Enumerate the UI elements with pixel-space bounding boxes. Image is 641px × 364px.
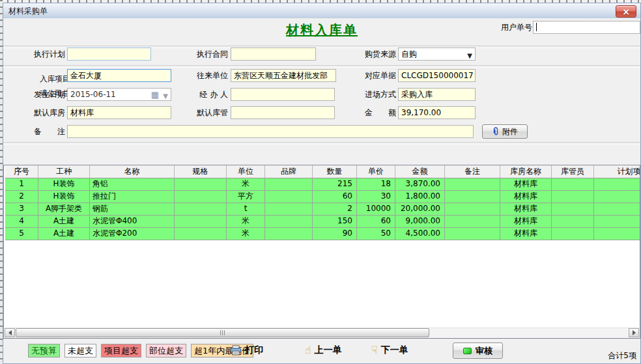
table-cell[interactable]: 215 bbox=[313, 178, 357, 191]
table-row[interactable]: 3A脚手架类钢筋t21000020,000.00材料库 bbox=[5, 203, 640, 216]
table-cell[interactable]: 3,870.00 bbox=[395, 178, 445, 191]
column-header[interactable]: 序号 bbox=[5, 165, 38, 178]
column-header[interactable]: 单位 bbox=[227, 165, 265, 178]
table-cell[interactable]: 平方 bbox=[227, 191, 265, 203]
next-order-button[interactable]: ☟ 下一单 bbox=[371, 344, 408, 356]
table-cell[interactable]: 材料库 bbox=[500, 203, 552, 216]
column-header[interactable]: 品牌 bbox=[265, 165, 313, 178]
table-cell[interactable]: 30 bbox=[357, 191, 395, 203]
project-input[interactable]: 金石大厦 bbox=[67, 69, 171, 82]
table-cell[interactable]: A脚手架类 bbox=[38, 203, 90, 216]
user-no-input[interactable] bbox=[533, 21, 640, 34]
column-header[interactable]: 计划项目 bbox=[594, 165, 640, 178]
amount-input[interactable]: 39,170.00 bbox=[398, 106, 476, 119]
table-cell[interactable] bbox=[175, 203, 227, 216]
table-cell[interactable] bbox=[552, 203, 594, 216]
table-cell[interactable]: 90 bbox=[313, 228, 357, 240]
chevron-down-icon[interactable]: ▼ bbox=[163, 91, 168, 101]
table-cell[interactable]: 米 bbox=[227, 178, 265, 191]
warehouse-input[interactable]: 材料库 bbox=[67, 106, 171, 119]
table-cell[interactable] bbox=[445, 178, 500, 191]
table-row[interactable]: 1H装饰角铝米215183,870.00材料库 bbox=[5, 178, 640, 191]
table-cell[interactable]: 60 bbox=[313, 191, 357, 203]
table-cell[interactable]: 推拉门 bbox=[90, 191, 175, 203]
table-cell[interactable] bbox=[552, 191, 594, 203]
scrollbar-thumb[interactable] bbox=[16, 328, 429, 337]
attach-button[interactable]: 附件 bbox=[482, 124, 528, 139]
prev-order-button[interactable]: ☝ 上一单 bbox=[305, 344, 342, 356]
table-cell[interactable] bbox=[175, 178, 227, 191]
exec-contract-input[interactable] bbox=[231, 48, 316, 61]
horizontal-scrollbar[interactable] bbox=[5, 328, 639, 337]
entry-mode-input[interactable]: 采购入库 bbox=[398, 88, 476, 101]
table-cell[interactable] bbox=[552, 228, 594, 240]
table-cell[interactable]: 米 bbox=[227, 216, 265, 228]
column-header[interactable]: 名称 bbox=[90, 165, 175, 178]
table-cell[interactable]: 3 bbox=[5, 203, 38, 216]
table-cell[interactable] bbox=[552, 178, 594, 191]
table-cell[interactable]: 水泥管Φ200 bbox=[90, 228, 175, 240]
table-cell[interactable]: 1,800.00 bbox=[395, 191, 445, 203]
column-header[interactable]: 备注 bbox=[445, 165, 500, 178]
table-cell[interactable]: 2 bbox=[5, 191, 38, 203]
table-cell[interactable]: H装饰 bbox=[38, 191, 90, 203]
table-cell[interactable]: t bbox=[227, 203, 265, 216]
table-cell[interactable]: 角铝 bbox=[90, 178, 175, 191]
table-cell[interactable]: 材料库 bbox=[500, 228, 552, 240]
audit-button[interactable]: 审核 bbox=[453, 343, 503, 359]
source-select[interactable]: 自购 ▼ bbox=[398, 48, 476, 61]
handler-input[interactable] bbox=[231, 88, 335, 101]
column-header[interactable]: 库管员 bbox=[552, 165, 594, 178]
table-cell[interactable]: 材料库 bbox=[500, 191, 552, 203]
table-cell[interactable]: 1 bbox=[5, 178, 38, 191]
table-cell[interactable]: 材料库 bbox=[500, 216, 552, 228]
table-cell[interactable] bbox=[265, 203, 313, 216]
table-cell[interactable] bbox=[594, 216, 640, 228]
table-cell[interactable] bbox=[265, 216, 313, 228]
table-cell[interactable] bbox=[445, 228, 500, 240]
table-cell[interactable]: 米 bbox=[227, 228, 265, 240]
table-cell[interactable] bbox=[552, 216, 594, 228]
table-cell[interactable] bbox=[594, 178, 640, 191]
table-cell[interactable]: 20,000.00 bbox=[395, 203, 445, 216]
supplier-input[interactable]: 东营区天顺五金建材批发部 bbox=[231, 69, 336, 82]
table-cell[interactable]: 钢筋 bbox=[90, 203, 175, 216]
table-cell[interactable] bbox=[445, 203, 500, 216]
table-cell[interactable]: H装饰 bbox=[38, 178, 90, 191]
print-button[interactable]: 打印 bbox=[230, 344, 263, 356]
column-header[interactable]: 数量 bbox=[313, 165, 357, 178]
table-cell[interactable]: 4 bbox=[5, 216, 38, 228]
table-cell[interactable]: 150 bbox=[313, 216, 357, 228]
table-cell[interactable]: 材料库 bbox=[500, 178, 552, 191]
table-cell[interactable] bbox=[175, 216, 227, 228]
column-header[interactable]: 工种 bbox=[38, 165, 90, 178]
table-cell[interactable] bbox=[594, 203, 640, 216]
table-cell[interactable]: 4,500.00 bbox=[395, 228, 445, 240]
table-cell[interactable] bbox=[175, 228, 227, 240]
column-header[interactable]: 单价 bbox=[357, 165, 395, 178]
table-cell[interactable]: 2 bbox=[313, 203, 357, 216]
scroll-right-button[interactable] bbox=[629, 328, 639, 337]
exec-plan-input[interactable] bbox=[67, 48, 151, 61]
table-cell[interactable] bbox=[594, 191, 640, 203]
table-cell[interactable] bbox=[265, 228, 313, 240]
date-picker[interactable]: 2015-06-11 ▦ ▼ bbox=[67, 88, 171, 101]
table-cell[interactable]: 10000 bbox=[357, 203, 395, 216]
keeper-input[interactable] bbox=[231, 106, 335, 119]
table-cell[interactable]: 5 bbox=[5, 228, 38, 240]
table-row[interactable]: 2H装饰推拉门平方60301,800.00材料库 bbox=[5, 191, 640, 203]
table-cell[interactable]: 60 bbox=[357, 216, 395, 228]
column-header[interactable]: 规格 bbox=[175, 165, 227, 178]
scroll-left-button[interactable] bbox=[5, 328, 15, 337]
table-cell[interactable] bbox=[265, 178, 313, 191]
table-cell[interactable] bbox=[265, 191, 313, 203]
table-cell[interactable] bbox=[594, 228, 640, 240]
table-cell[interactable]: 水泥管Φ400 bbox=[90, 216, 175, 228]
table-row[interactable]: 5A土建水泥管Φ200米90504,500.00材料库 bbox=[5, 228, 640, 240]
table-cell[interactable]: A土建 bbox=[38, 228, 90, 240]
doc-input[interactable]: CLCGD150000017 bbox=[398, 69, 476, 82]
table-cell[interactable]: 18 bbox=[357, 178, 395, 191]
remark-input[interactable] bbox=[67, 125, 474, 138]
table-cell[interactable] bbox=[445, 191, 500, 203]
column-header[interactable]: 库房名称 bbox=[500, 165, 552, 178]
